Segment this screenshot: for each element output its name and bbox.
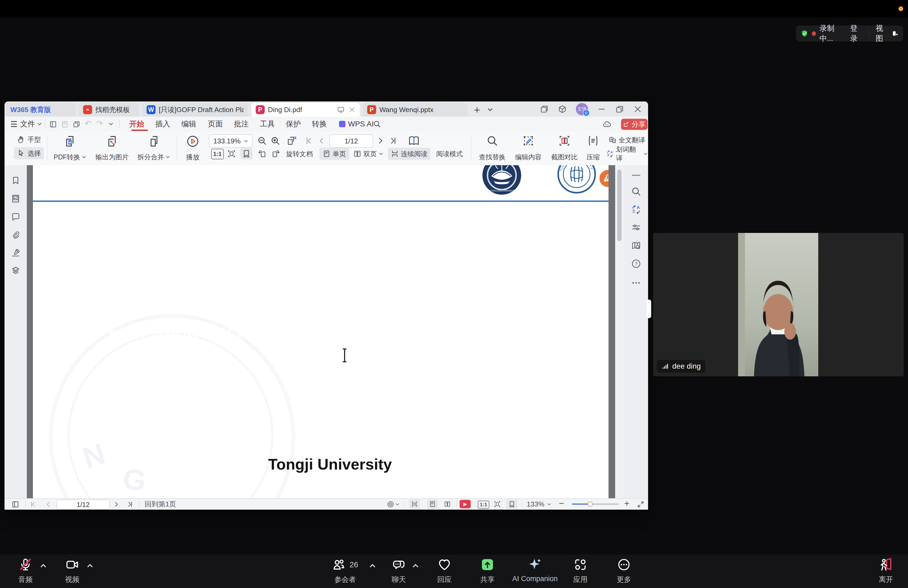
- fullscreen-icon[interactable]: [637, 501, 644, 508]
- search-panel-icon[interactable]: [631, 187, 641, 197]
- double-page-button[interactable]: 双页: [351, 148, 385, 160]
- screen-share-doc-icon[interactable]: [337, 106, 345, 114]
- security-shield-icon[interactable]: [801, 29, 808, 38]
- share-screen-button[interactable]: 共享: [472, 557, 503, 584]
- zoom-slider-knob[interactable]: [588, 501, 593, 507]
- status-zoom-chevron-icon[interactable]: [547, 503, 551, 506]
- video-options-chevron-icon[interactable]: [87, 564, 93, 568]
- close-tab-icon[interactable]: [349, 106, 356, 113]
- rotate-left-icon[interactable]: [258, 149, 267, 158]
- status-double-page-button[interactable]: [442, 499, 453, 509]
- toggle-sidebar-icon[interactable]: [11, 500, 19, 508]
- status-single-page-button[interactable]: [427, 499, 438, 509]
- menu-wps-ai[interactable]: WPS AI: [337, 118, 376, 130]
- rotate-doc-button[interactable]: 旋转文档: [282, 148, 317, 160]
- file-menu[interactable]: ☰ 文件: [8, 118, 44, 130]
- zoom-minus-button[interactable]: −: [559, 498, 564, 509]
- undo-icon[interactable]: ↶: [85, 119, 91, 128]
- login-button[interactable]: 登录: [850, 23, 863, 43]
- status-zoom-value[interactable]: 133%: [525, 499, 546, 509]
- zoom-in-icon[interactable]: [270, 136, 280, 145]
- more-button[interactable]: 更多: [608, 557, 640, 584]
- menu-insert[interactable]: 插入: [153, 118, 172, 130]
- menu-edit[interactable]: 编辑: [179, 118, 198, 130]
- continuous-read-button[interactable]: 连续阅读: [388, 148, 430, 160]
- fit-page-icon[interactable]: [227, 149, 236, 158]
- fit-width-button[interactable]: [240, 148, 253, 159]
- status-play-button[interactable]: ▶: [460, 500, 471, 508]
- status-prev-page-icon[interactable]: [45, 501, 52, 508]
- status-next-page-icon[interactable]: [113, 501, 120, 508]
- gallery-view-icon[interactable]: [892, 29, 898, 37]
- status-fit-width-button[interactable]: [506, 499, 517, 509]
- menu-search-icon[interactable]: [373, 120, 381, 128]
- recording-status[interactable]: 录制中...: [819, 23, 843, 43]
- next-page-icon[interactable]: [376, 137, 385, 145]
- find-replace-button[interactable]: 查找替换: [475, 133, 509, 163]
- audio-button[interactable]: 音频: [10, 557, 42, 584]
- status-continuous-button[interactable]: [409, 499, 420, 509]
- tab-home[interactable]: W365 教育版: [6, 103, 76, 117]
- pdf-convert-button[interactable]: PDF转换: [51, 133, 89, 163]
- ai-companion-button[interactable]: AI Companion: [507, 557, 563, 583]
- user-avatar[interactable]: 文琦 企: [576, 103, 588, 115]
- new-tab-button[interactable]: +: [474, 104, 480, 116]
- zoom-slider[interactable]: [572, 504, 619, 504]
- attachment-icon[interactable]: [11, 230, 21, 240]
- status-first-page-icon[interactable]: [29, 501, 36, 508]
- apps-button[interactable]: 应用: [564, 557, 596, 584]
- split-merge-button[interactable]: 拆分合并: [135, 133, 172, 163]
- translate-word-button[interactable]: 划词翻译: [606, 148, 647, 160]
- back-to-first-button[interactable]: 回到第1页: [143, 499, 178, 509]
- scrollbar-thumb[interactable]: [617, 169, 621, 241]
- view-mode-icon[interactable]: [387, 501, 394, 508]
- thumbnail-icon[interactable]: [11, 194, 21, 203]
- leave-button[interactable]: 离开: [869, 557, 903, 584]
- read-mode-icon[interactable]: [408, 135, 420, 147]
- actual-size-button[interactable]: 1:1: [211, 149, 224, 159]
- print-icon[interactable]: [72, 120, 80, 128]
- bookmark-icon[interactable]: [11, 176, 21, 185]
- collapse-panel-icon[interactable]: [632, 175, 641, 176]
- status-fit-page-button[interactable]: [492, 499, 502, 509]
- zoom-out-icon[interactable]: [257, 136, 267, 145]
- prev-page-icon[interactable]: [317, 137, 326, 145]
- close-window-icon[interactable]: [633, 105, 642, 114]
- last-page-icon[interactable]: [389, 137, 398, 145]
- rotate-doc-icon[interactable]: [287, 135, 297, 146]
- chat-button[interactable]: 聊天: [383, 557, 415, 584]
- help-icon[interactable]: [631, 259, 641, 269]
- video-button[interactable]: 视频: [56, 557, 88, 584]
- share-document-button[interactable]: 分享: [621, 119, 647, 130]
- save-icon[interactable]: [61, 120, 69, 128]
- compress-button[interactable]: 压缩: [581, 133, 605, 163]
- status-last-page-icon[interactable]: [127, 501, 134, 508]
- menu-convert[interactable]: 转换: [310, 118, 329, 130]
- tab-word-doc[interactable]: W [只读]GOFP Draft Action Plan 11-2: [142, 103, 248, 117]
- menu-home[interactable]: 开始: [127, 118, 146, 130]
- participant-video-tile[interactable]: dee ding: [653, 233, 904, 376]
- navigate-search-icon[interactable]: [631, 241, 641, 251]
- tab-docer[interactable]: ❧ 找稻壳模板: [79, 103, 139, 117]
- audio-options-chevron-icon[interactable]: [40, 564, 47, 568]
- cloud-sync-icon[interactable]: [602, 120, 612, 129]
- reactions-button[interactable]: 回应: [428, 557, 460, 584]
- play-slideshow-button[interactable]: 播放: [181, 133, 205, 163]
- pdf-page[interactable]: N G SCHOOL OF POLITICAL SCIENCE & INTERN…: [33, 165, 609, 498]
- open-file-icon[interactable]: [49, 120, 57, 128]
- hand-tool-button[interactable]: 手型: [14, 133, 44, 145]
- zoom-plus-button[interactable]: +: [624, 498, 629, 509]
- redo-icon[interactable]: ↷: [97, 119, 103, 128]
- menu-tools[interactable]: 工具: [258, 118, 277, 130]
- zoom-level-select[interactable]: 133.19%: [209, 134, 253, 148]
- chat-chevron-icon[interactable]: [412, 564, 419, 568]
- rotate-right-icon[interactable]: [271, 149, 280, 158]
- view-button[interactable]: 视图: [876, 23, 888, 43]
- vertical-scrollbar[interactable]: [615, 165, 624, 498]
- select-tool-button[interactable]: 选择: [14, 147, 44, 159]
- export-image-button[interactable]: 输出为图片: [92, 133, 132, 163]
- signature-icon[interactable]: [11, 248, 21, 258]
- participants-button[interactable]: 26 参会者: [327, 557, 364, 584]
- pdf-to-ppt-float-button[interactable]: P: [598, 168, 609, 188]
- undo-menu-chevron-icon[interactable]: [109, 122, 113, 126]
